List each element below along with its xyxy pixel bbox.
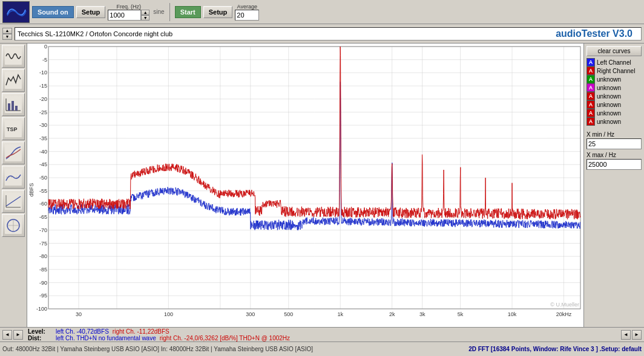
- scroll-right-btn-2[interactable]: ►: [632, 330, 642, 340]
- level-left-value: left Ch. -40,72dBFS: [56, 328, 109, 335]
- freq-down-arrow[interactable]: ▼: [141, 15, 150, 21]
- left-panel: TSP: [0, 44, 27, 327]
- channel-label-2: unknown: [597, 76, 621, 83]
- sine-label: sine: [153, 8, 164, 15]
- brand-text: audioTester V3.0: [556, 28, 639, 39]
- nav-down[interactable]: ▼: [2, 34, 12, 40]
- main-area: TSP: [0, 44, 644, 327]
- x-min-label: X min / Hz: [586, 131, 642, 138]
- chart-container: [27, 44, 583, 327]
- icon-btn-chart5[interactable]: [2, 190, 25, 213]
- channel-row-7: A unknown: [586, 117, 642, 126]
- level-right-value: right Ch. -11,22dBFS: [113, 328, 169, 335]
- title-bar: Tecchics SL-1210MK2 / Ortofon Concorde n…: [15, 27, 642, 40]
- freq-group: Freq. (Hz) ▲ ▼: [108, 4, 150, 21]
- channel-label-4: unknown: [597, 93, 621, 100]
- channel-indicator-4[interactable]: A: [586, 92, 595, 100]
- channel-label-7: unknown: [597, 118, 621, 125]
- channel-row-0: A Left Channel: [586, 58, 642, 66]
- scrollbar-right: ◄ ►: [621, 330, 642, 340]
- average-label: Average: [235, 4, 259, 10]
- freq-up-arrow[interactable]: ▲: [141, 10, 150, 15]
- icon-btn-tsp[interactable]: TSP: [2, 117, 25, 140]
- average-input[interactable]: [235, 10, 259, 21]
- sound-on-button[interactable]: Sound on: [32, 6, 74, 18]
- toolbar: Sound on Setup Freq. (Hz) ▲ ▼ sine Start…: [0, 0, 644, 24]
- setup-button-1[interactable]: Setup: [76, 6, 106, 18]
- toolbar2: ▲ ▼ Tecchics SL-1210MK2 / Ortofon Concor…: [0, 24, 644, 44]
- channel-indicator-0[interactable]: A: [586, 58, 595, 66]
- channel-row-3: A unknown: [586, 83, 642, 92]
- separator-1: [169, 3, 170, 21]
- status-left: Out: 48000Hz 32Bit | Yamaha Steinberg US…: [2, 346, 313, 352]
- channel-indicator-6[interactable]: A: [586, 109, 595, 117]
- title-text: Tecchics SL-1210MK2 / Ortofon Concorde n…: [18, 30, 172, 37]
- svg-rect-5: [12, 101, 14, 111]
- icon-btn-chart4[interactable]: [2, 166, 25, 189]
- channel-row-4: A unknown: [586, 92, 642, 100]
- clear-curves-button[interactable]: clear curves: [586, 46, 642, 56]
- logo: [2, 1, 30, 23]
- svg-rect-6: [15, 106, 18, 111]
- channel-indicator-1[interactable]: A: [586, 66, 595, 75]
- freq-spin-arrows: ▲ ▼: [141, 10, 150, 21]
- level-row: Level: left Ch. -40,72dBFS right Ch. -11…: [28, 328, 616, 335]
- icon-btn-chart3[interactable]: [2, 141, 25, 164]
- channel-indicator-7[interactable]: A: [586, 117, 595, 126]
- channel-row-1: A Right Channel: [586, 66, 642, 75]
- x-min-max-section: X min / Hz X max / Hz: [586, 131, 642, 170]
- average-group: Average: [235, 4, 259, 21]
- svg-text:TSP: TSP: [7, 126, 18, 132]
- spectrum-chart: [27, 44, 583, 327]
- nav-up[interactable]: ▲: [2, 28, 12, 34]
- x-max-input[interactable]: [586, 159, 642, 170]
- bottom-bar: ◄ ► Level: left Ch. -40,72dBFS right Ch.…: [0, 327, 644, 341]
- scroll-left-btn[interactable]: ◄: [2, 330, 12, 340]
- channel-row-2: A unknown: [586, 75, 642, 83]
- icon-btn-wave[interactable]: [2, 45, 25, 68]
- x-min-input[interactable]: [586, 138, 642, 149]
- scroll-right-btn-1[interactable]: ►: [13, 330, 23, 340]
- start-button[interactable]: Start: [175, 6, 201, 18]
- level-dist-bar: Level: left Ch. -40,72dBFS right Ch. -11…: [28, 328, 616, 341]
- scrollbar-left: ◄ ►: [2, 330, 23, 340]
- channel-label-6: unknown: [597, 110, 621, 117]
- channel-label-3: unknown: [597, 85, 621, 91]
- dist-label: Dist:: [28, 335, 52, 341]
- channel-row-5: A unknown: [586, 100, 642, 109]
- setup-button-2[interactable]: Setup: [203, 6, 233, 18]
- channel-label-0: Left Channel: [597, 59, 631, 66]
- freq-input[interactable]: [108, 10, 141, 21]
- status-bar: Out: 48000Hz 32Bit | Yamaha Steinberg US…: [0, 341, 644, 356]
- channels-list: A Left Channel A Right Channel A unknown…: [586, 58, 642, 126]
- channel-indicator-2[interactable]: A: [586, 75, 595, 83]
- x-max-label: X max / Hz: [586, 152, 642, 158]
- level-label: Level:: [28, 328, 52, 335]
- channel-label-1: Right Channel: [597, 68, 635, 74]
- channel-indicator-5[interactable]: A: [586, 100, 595, 109]
- right-panel: clear curves A Left Channel A Right Chan…: [583, 44, 644, 327]
- dist-right-value: right Ch. -24,0/6,3262 [dB/%] THD+N @ 10…: [160, 335, 290, 341]
- icon-btn-chart2[interactable]: [2, 93, 25, 116]
- channel-label-5: unknown: [597, 102, 621, 108]
- status-right: 2D FFT [16384 Points, Window: Rife Vince…: [468, 346, 642, 352]
- nav-arrows: ▲ ▼: [2, 28, 12, 40]
- icon-btn-chart1[interactable]: [2, 69, 25, 92]
- icon-btn-chart6[interactable]: [2, 214, 25, 237]
- channel-row-6: A unknown: [586, 109, 642, 117]
- dist-left-value: left Ch. THD+N no fundamental wave: [56, 335, 156, 341]
- scroll-left-btn-2[interactable]: ◄: [621, 330, 631, 340]
- freq-label: Freq. (Hz): [108, 4, 150, 10]
- svg-rect-4: [8, 103, 10, 111]
- dist-row: Dist: left Ch. THD+N no fundamental wave…: [28, 335, 616, 341]
- channel-indicator-3[interactable]: A: [586, 83, 595, 92]
